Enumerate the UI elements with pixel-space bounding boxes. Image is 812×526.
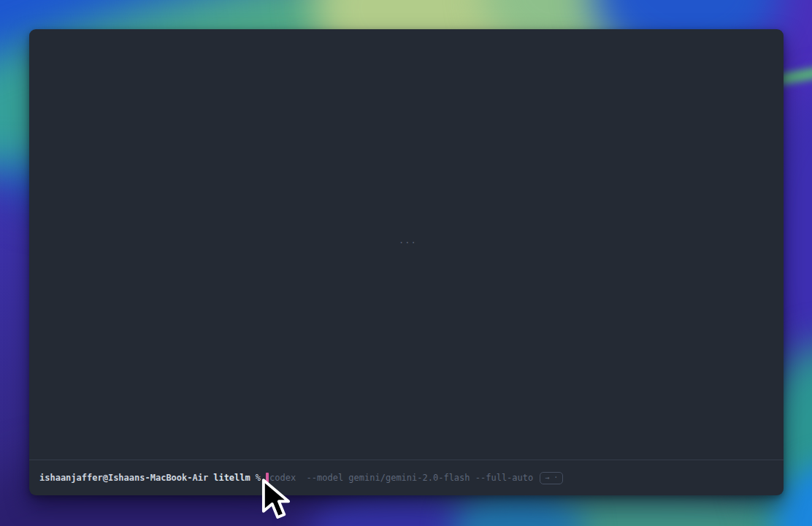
prompt-directory: litellm [213, 472, 250, 484]
output-ellipsis: ... [399, 235, 417, 246]
autosuggestion-text: codex --model gemini/gemini-2.0-flash --… [269, 472, 533, 484]
terminal-output: ... [29, 29, 784, 460]
prompt-user-host: ishaanjaffer@Ishaans-MacBook-Air [39, 472, 208, 484]
text-cursor [266, 473, 269, 483]
prompt-bar[interactable]: ishaanjaffer@Ishaans-MacBook-Airlitellm%… [29, 460, 784, 495]
terminal-window[interactable]: ... ishaanjaffer@Ishaans-MacBook-Airlite… [29, 29, 784, 495]
tab-hint-badge: → · [540, 472, 563, 484]
prompt-symbol: % [256, 472, 261, 484]
desktop: ... ishaanjaffer@Ishaans-MacBook-Airlite… [0, 0, 812, 526]
